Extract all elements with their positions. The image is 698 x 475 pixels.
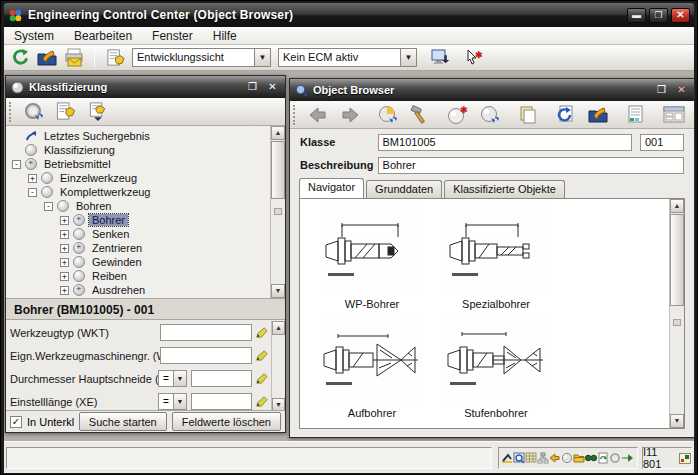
forward-icon[interactable] — [337, 103, 363, 127]
tree-item-gewinden[interactable]: + Gewinden — [6, 255, 285, 269]
grid-item-spiralbohrer[interactable]: Spiralbohrer — [312, 425, 432, 429]
subclass-checkbox-label[interactable]: In Unterklassen s... — [27, 416, 74, 428]
print-mail-icon[interactable] — [62, 47, 86, 69]
folder-status-icon[interactable] — [573, 451, 585, 466]
folder-export-icon[interactable] — [35, 47, 59, 69]
scroll-up-icon[interactable]: ▲ — [271, 126, 285, 140]
grid-item-modularbohrer[interactable]: Modularbohrer — [436, 425, 556, 429]
ecm-select-arrow-icon[interactable]: ▼ — [400, 48, 417, 67]
tree-item-label[interactable]: Zentrieren — [89, 242, 145, 254]
menu-system[interactable]: System — [14, 29, 54, 43]
panel-maximize-icon[interactable]: ❐ — [654, 84, 669, 97]
link-status-icon[interactable] — [609, 451, 621, 466]
grid-item-wp-bohrer[interactable]: WP-Bohrer — [312, 207, 432, 310]
form-scrollbar[interactable]: ▲ ▼ — [271, 321, 285, 412]
edit-pencil-icon[interactable] — [255, 395, 269, 409]
expand-icon[interactable]: + — [60, 244, 69, 253]
arrow-right-status-icon[interactable] — [621, 451, 633, 466]
export-class-icon[interactable] — [85, 100, 111, 124]
grid-item-stufenbohrer[interactable]: Stufenbohrer — [436, 316, 556, 419]
tree-item-label[interactable]: Komplettwerkzeug — [57, 186, 154, 198]
tree-item-label[interactable]: Einzelwerkzeug — [57, 172, 140, 184]
monitor-view-icon[interactable] — [428, 47, 452, 69]
search-sphere-icon[interactable] — [375, 103, 401, 127]
panel-close-icon[interactable]: ✕ — [265, 81, 280, 94]
sync-doc-icon[interactable] — [553, 103, 579, 127]
tree-item-label[interactable]: Reiben — [89, 270, 130, 282]
scroll-down-icon[interactable]: ▼ — [670, 414, 684, 428]
panel-maximize-icon[interactable]: ❐ — [245, 81, 260, 94]
preview-status-icon[interactable] — [513, 451, 525, 466]
klasse-version-input[interactable] — [640, 134, 684, 151]
new-class-icon[interactable] — [53, 100, 79, 124]
collapse-icon[interactable]: - — [28, 188, 37, 197]
tree-item-label-selected[interactable]: Bohrer — [89, 214, 128, 226]
view-select-arrow-icon[interactable]: ▼ — [254, 48, 271, 67]
tree-item-komplettwerkzeug[interactable]: - Komplettwerkzeug — [6, 185, 285, 199]
expand-icon[interactable]: + — [60, 258, 69, 267]
clear-fields-button[interactable]: Feldwerte löschen — [172, 412, 281, 431]
doc-sync-status-icon[interactable] — [597, 451, 609, 466]
scroll-up-icon[interactable]: ▲ — [670, 199, 684, 213]
export-status-icon[interactable] — [501, 451, 513, 466]
browse-sphere-icon[interactable] — [477, 103, 503, 127]
workspace-indicator[interactable]: I11 801 — [642, 447, 692, 469]
tree-item-ausdrehen[interactable]: + Ausdrehen — [6, 283, 285, 297]
tree-item-reiben[interactable]: + Reiben — [6, 269, 285, 283]
new-object-icon[interactable]: ✱ — [445, 103, 471, 127]
grid-item-label[interactable]: WP-Bohrer — [312, 298, 432, 310]
tree-item-label[interactable]: Gewinden — [89, 256, 145, 268]
copy-icon[interactable] — [515, 103, 541, 127]
menu-hilfe[interactable]: Hilfe — [213, 29, 237, 43]
menu-bearbeiten[interactable]: Bearbeiten — [74, 29, 132, 43]
tree-item-bohren[interactable]: - Bohren — [6, 199, 285, 213]
klasse-input[interactable] — [378, 134, 632, 151]
tab-grunddaten[interactable]: Grunddaten — [366, 180, 442, 198]
tree-item-bohrer[interactable]: + Bohrer — [6, 213, 285, 227]
tree-item-label[interactable]: Letztes Suchergebnis — [41, 130, 153, 142]
edit-pencil-icon[interactable] — [255, 349, 269, 363]
card-view-icon[interactable] — [661, 103, 687, 127]
tab-klassifizierte-objekte[interactable]: Klassifizierte Objekte — [444, 180, 565, 198]
panel-close-icon[interactable]: ✕ — [674, 84, 689, 97]
close-button[interactable]: ✕ — [671, 8, 690, 23]
tree-item-einzelwerkzeug[interactable]: + Einzelwerkzeug — [6, 171, 285, 185]
tree-item-senken[interactable]: + Senken — [6, 227, 285, 241]
tab-navigator[interactable]: Navigator — [299, 178, 364, 198]
tree-item-label[interactable]: Ausdrehen — [89, 284, 148, 296]
maximize-button[interactable]: ❐ — [649, 8, 668, 23]
structure-status-icon[interactable] — [537, 451, 549, 466]
tree-item-label[interactable]: Betriebsmittel — [41, 158, 114, 170]
expand-icon[interactable]: + — [60, 286, 69, 295]
edit-pencil-icon[interactable] — [255, 372, 269, 386]
grid-item-aufbohrer[interactable]: Aufbohrer — [312, 316, 432, 419]
wkt-input[interactable] — [160, 324, 252, 341]
search-classes-icon[interactable] — [21, 100, 47, 124]
view-select-value[interactable]: Entwicklungssicht — [132, 48, 254, 67]
tree-item-letztes-suchergebnis[interactable]: Letztes Suchergebnis — [6, 129, 285, 143]
grid-item-spezialbohrer[interactable]: Spezialbohrer — [436, 207, 556, 310]
start-search-button[interactable]: Suche starten — [79, 412, 167, 431]
d1-operator-select[interactable]: = ▼ — [158, 370, 187, 387]
tree-item-klassifizierung[interactable]: Klassifizierung — [6, 143, 285, 157]
cursor-pick-icon[interactable]: ✱ — [461, 47, 485, 69]
minimize-button[interactable]: ▬ — [627, 8, 646, 23]
report-icon[interactable] — [623, 103, 649, 127]
tree-item-zentrieren[interactable]: + Zentrieren — [6, 241, 285, 255]
operator-arrow-icon[interactable]: ▼ — [173, 370, 187, 387]
ecm-select-value[interactable]: Kein ECM aktiv — [278, 48, 400, 67]
sphere-status-icon[interactable] — [561, 451, 573, 466]
operator-arrow-icon[interactable]: ▼ — [173, 393, 187, 410]
grid-item-label[interactable]: Spezialbohrer — [436, 298, 556, 310]
ecm-select[interactable]: Kein ECM aktiv ▼ — [278, 48, 417, 67]
refresh-icon[interactable] — [8, 47, 32, 69]
scrollbar-thumb[interactable] — [670, 214, 684, 306]
beschreibung-input[interactable] — [378, 157, 684, 174]
tree-item-label[interactable]: Klassifizierung — [41, 144, 118, 156]
new-list-icon[interactable] — [103, 47, 127, 69]
d1-input[interactable] — [191, 370, 252, 387]
subclass-checkbox[interactable]: ✓ — [10, 416, 22, 428]
hammer-icon[interactable] — [407, 103, 433, 127]
folder-export-icon[interactable] — [585, 103, 611, 127]
expand-icon[interactable]: + — [28, 174, 37, 183]
